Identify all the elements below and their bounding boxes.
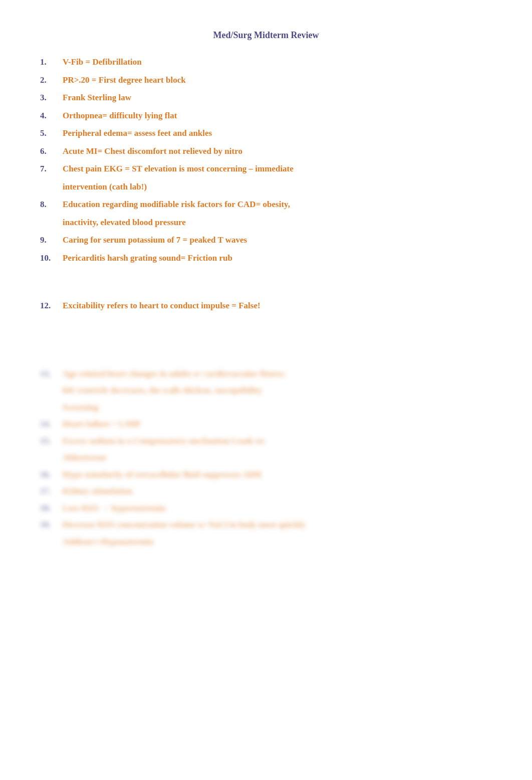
item-text-6: Acute MI= Chest discomfort not relieved … [63, 145, 492, 158]
blurred-num-17: 17. [40, 485, 63, 498]
blurred-item-16: 16. Hypo osmolarity of extracellular flu… [40, 468, 492, 481]
list-item: 5. Peripheral edema= assess feet and ank… [40, 127, 492, 140]
blurred-item-14: 14. Heart failure = LSHF [40, 418, 492, 431]
item-text-3: Frank Sterling law [63, 91, 492, 104]
blurred-aldosterone: Aldosterone [63, 451, 492, 464]
numbered-list: 1. V-Fib = Defibrillation 2. PR>.20 = Fi… [40, 56, 492, 264]
item-number-12: 12. [40, 299, 63, 312]
blurred-screening: Screening [63, 401, 492, 414]
item-number-9: 9. [40, 234, 63, 247]
item-number-5: 5. [40, 127, 63, 140]
blurred-cont-13: left ventricle decreases, the walls thic… [63, 384, 492, 397]
blurred-item-17: 17. Kidney stimulation [40, 485, 492, 498]
item-number-8: 8. [40, 198, 63, 211]
spacer-2 [40, 317, 492, 337]
list-item: 4. Orthopnea= difficulty lying flat [40, 109, 492, 122]
item-text-4: Orthopnea= difficulty lying flat [63, 109, 492, 122]
list-item: 8. Education regarding modifiable risk f… [40, 198, 492, 211]
blurred-num-14: 14. [40, 418, 63, 431]
spacer-1 [40, 269, 492, 289]
item-text-10: Pericarditis harsh grating sound= Fricti… [63, 252, 492, 265]
item-text-1: V-Fib = Defibrillation [63, 56, 492, 69]
main-content: 1. V-Fib = Defibrillation 2. PR>.20 = Fi… [40, 56, 492, 548]
item-number-4: 4. [40, 109, 63, 122]
page-title: Med/Surg Midterm Review [40, 30, 492, 41]
item-number-6: 6. [40, 145, 63, 158]
list-item: 2. PR>.20 = First degree heart block [40, 74, 492, 87]
spacer-3 [40, 337, 492, 357]
blurred-num-15: 15. [40, 435, 63, 448]
blurred-text-16: Hypo osmolarity of extracellular fluid s… [63, 468, 492, 481]
blurred-text-17: Kidney stimulation [63, 485, 492, 498]
item-number-2: 2. [40, 74, 63, 87]
blurred-item-19: 19. Decrease H2O concentration volume w/… [40, 518, 492, 531]
item-text-5: Peripheral edema= assess feet and ankles [63, 127, 492, 140]
page-container: Med/Surg Midterm Review 1. V-Fib = Defib… [40, 30, 492, 548]
blurred-content: 13. Age-related heart changes in adults … [40, 367, 492, 548]
item-text-12: Excitability refers to heart to conduct … [63, 299, 492, 312]
blurred-item-18: 18. Loss H2O → hypernatremia [40, 502, 492, 515]
item-number-7: 7. [40, 162, 63, 175]
list-item-12: 12. Excitability refers to heart to cond… [40, 299, 492, 312]
item-number-1: 1. [40, 56, 63, 69]
list-item: 6. Acute MI= Chest discomfort not reliev… [40, 145, 492, 158]
blurred-text-19: Decrease H2O concentration volume w/ NaC… [63, 518, 492, 531]
item-text-9: Caring for serum potassium of 7 = peaked… [63, 234, 492, 247]
blurred-num-16: 16. [40, 468, 63, 481]
item-text-8: Education regarding modifiable risk fact… [63, 198, 492, 211]
blurred-bottom: Addison's Hyponatremia [63, 535, 492, 548]
item-number-3: 3. [40, 91, 63, 104]
list-item: 7. Chest pain EKG = ST elevation is most… [40, 162, 492, 175]
list-item: 10. Pericarditis harsh grating sound= Fr… [40, 252, 492, 265]
list-item: 1. V-Fib = Defibrillation [40, 56, 492, 69]
item-8-continuation: inactivity, elevated blood pressure [63, 216, 492, 229]
blurred-num-18: 18. [40, 502, 63, 515]
item-text-7: Chest pain EKG = ST elevation is most co… [63, 162, 492, 175]
item-text-2: PR>.20 = First degree heart block [63, 74, 492, 87]
blurred-text-13: Age-related heart changes in adults w/ c… [63, 367, 492, 380]
item-number-10: 10. [40, 252, 63, 265]
blurred-item-15: 15. Excess sodium in a Compensatory mech… [40, 435, 492, 448]
blurred-text-14: Heart failure = LSHF [63, 418, 492, 431]
blurred-text-15: Excess sodium in a Compensatory mechanis… [63, 435, 492, 448]
blurred-item-13: 13. Age-related heart changes in adults … [40, 367, 492, 380]
blurred-text-18: Loss H2O → hypernatremia [63, 502, 492, 515]
blurred-num-13: 13. [40, 367, 63, 380]
blurred-num-19: 19. [40, 518, 63, 531]
item-7-continuation: intervention (cath lab!) [63, 180, 492, 193]
list-item: 3. Frank Sterling law [40, 91, 492, 104]
list-item: 9. Caring for serum potassium of 7 = pea… [40, 234, 492, 247]
